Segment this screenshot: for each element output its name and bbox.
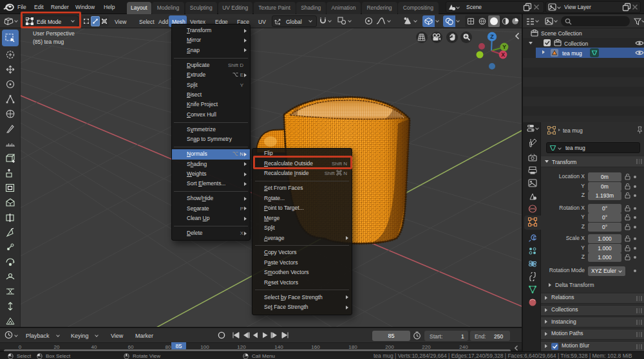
svg-text:Y: Y: [502, 44, 506, 50]
svg-text:X: X: [501, 51, 505, 58]
svg-text:Z: Z: [490, 33, 494, 40]
